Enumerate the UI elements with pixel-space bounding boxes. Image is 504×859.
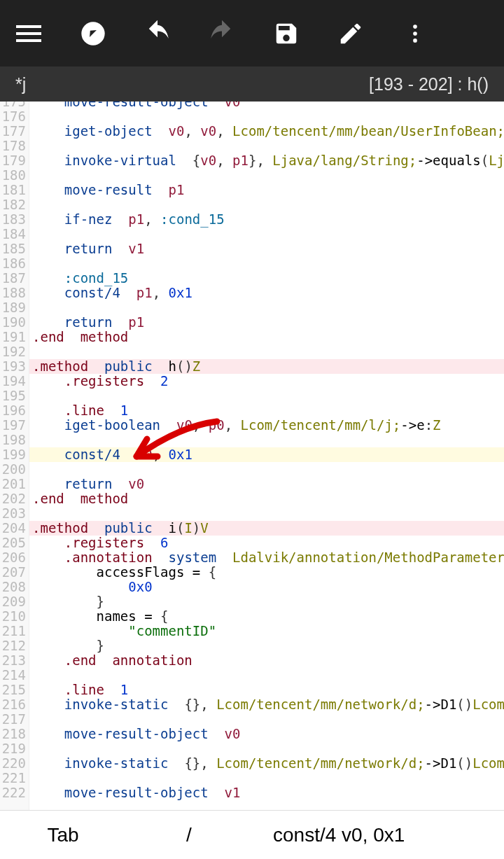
code-line[interactable]: } xyxy=(29,594,504,609)
code-line[interactable]: .end annotation xyxy=(29,653,504,668)
more-icon[interactable] xyxy=(400,19,430,48)
code-line[interactable]: iget-boolean v0, p0, Lcom/tencent/mm/l/j… xyxy=(29,418,504,433)
code-line[interactable]: invoke-virtual {v0, p1}, Ljava/lang/Stri… xyxy=(29,153,504,168)
status-subbar: *j [193 - 202] : h() xyxy=(0,67,504,102)
code-line[interactable] xyxy=(29,506,504,521)
edit-icon[interactable] xyxy=(336,19,365,48)
code-line[interactable]: .method public i(I)V xyxy=(29,521,504,536)
code-line[interactable]: const/4 v0, 0x1 xyxy=(29,447,504,462)
code-line[interactable]: .method public h()Z xyxy=(29,359,504,374)
code-line[interactable]: .end method xyxy=(29,330,504,344)
app-toolbar xyxy=(0,0,504,67)
svg-point-1 xyxy=(413,25,417,29)
code-line[interactable] xyxy=(29,462,504,477)
code-line[interactable]: if-nez p1, :cond_15 xyxy=(29,212,504,227)
code-line[interactable] xyxy=(29,741,504,756)
code-line[interactable]: move-result-object v0 xyxy=(29,102,504,109)
code-line[interactable] xyxy=(29,197,504,212)
menu-icon[interactable] xyxy=(14,19,43,48)
code-line[interactable] xyxy=(29,109,504,124)
code-line[interactable]: return v0 xyxy=(29,477,504,491)
svg-point-2 xyxy=(413,32,417,36)
code-line[interactable] xyxy=(29,433,504,447)
code-line[interactable]: .line 1 xyxy=(29,403,504,418)
redo-icon[interactable] xyxy=(207,19,237,48)
code-line[interactable]: move-result-object v0 xyxy=(29,727,504,741)
code-line[interactable] xyxy=(29,139,504,153)
code-line[interactable]: iget-object v0, v0, Lcom/tencent/mm/bean… xyxy=(29,124,504,139)
code-line[interactable]: accessFlags = { xyxy=(29,565,504,580)
code-line[interactable]: .line 1 xyxy=(29,683,504,697)
code-line[interactable] xyxy=(29,389,504,403)
method-range-label: [193 - 202] : h() xyxy=(369,74,489,95)
file-tab-label[interactable]: *j xyxy=(15,74,26,95)
line-gutter: 1751761771781791801811821831841851861871… xyxy=(0,102,29,810)
compass-icon[interactable] xyxy=(78,19,108,48)
code-line[interactable]: move-result p1 xyxy=(29,183,504,197)
code-line[interactable] xyxy=(29,227,504,242)
footer-tab-key[interactable]: Tab xyxy=(0,824,126,846)
save-icon[interactable] xyxy=(272,19,301,48)
code-line[interactable]: move-result-object v1 xyxy=(29,785,504,800)
code-line[interactable] xyxy=(29,712,504,727)
code-line[interactable] xyxy=(29,300,504,315)
code-line[interactable]: .registers 6 xyxy=(29,536,504,550)
quick-footer: Tab / const/4 v0, 0x1 xyxy=(0,810,504,859)
code-body[interactable]: move-result-object v0 iget-object v0, v0… xyxy=(29,102,504,810)
code-line[interactable]: invoke-static {}, Lcom/tencent/mm/networ… xyxy=(29,756,504,771)
code-line[interactable] xyxy=(29,771,504,785)
code-line[interactable]: .annotation system Ldalvik/annotation/Me… xyxy=(29,550,504,565)
code-line[interactable]: :cond_15 xyxy=(29,271,504,286)
code-line[interactable] xyxy=(29,344,504,359)
footer-slash-key[interactable]: / xyxy=(126,824,252,846)
undo-icon[interactable] xyxy=(143,19,172,48)
code-line[interactable]: "commentID" xyxy=(29,624,504,638)
code-line[interactable] xyxy=(29,668,504,683)
code-line[interactable] xyxy=(29,256,504,271)
code-editor[interactable]: 1751761771781791801811821831841851861871… xyxy=(0,102,504,810)
code-line[interactable]: 0x0 xyxy=(29,580,504,594)
code-line[interactable]: .end method xyxy=(29,491,504,506)
code-line[interactable]: return p1 xyxy=(29,315,504,330)
code-line[interactable]: invoke-static {}, Lcom/tencent/mm/networ… xyxy=(29,697,504,712)
code-line[interactable]: names = { xyxy=(29,609,504,624)
code-line[interactable]: } xyxy=(29,638,504,653)
code-line[interactable] xyxy=(29,168,504,183)
code-line[interactable]: const/4 p1, 0x1 xyxy=(29,286,504,300)
footer-snippet[interactable]: const/4 v0, 0x1 xyxy=(252,824,504,846)
svg-point-3 xyxy=(413,39,417,43)
code-line[interactable]: .registers 2 xyxy=(29,374,504,389)
code-line[interactable]: return v1 xyxy=(29,242,504,256)
